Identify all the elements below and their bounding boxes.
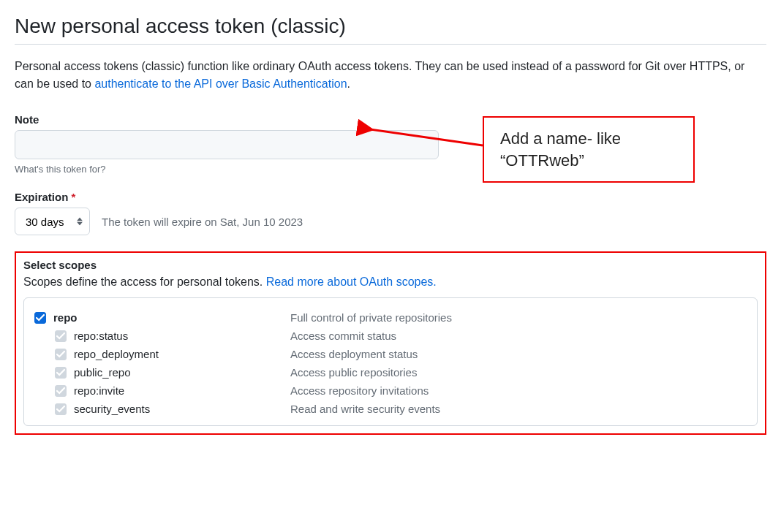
checkbox-repo-status[interactable] xyxy=(55,330,67,342)
check-icon xyxy=(56,350,65,359)
check-icon xyxy=(56,387,65,395)
scopes-title: Select scopes xyxy=(23,259,758,271)
check-icon xyxy=(56,332,65,341)
scope-row-security-events: security_events Read and write security … xyxy=(34,400,747,418)
expiration-label: Expiration * xyxy=(15,191,766,203)
scope-left: repo xyxy=(34,311,290,324)
intro-text: Personal access tokens (classic) functio… xyxy=(15,58,766,93)
checkbox-repo[interactable] xyxy=(34,312,46,324)
scopes-description: Scopes define the access for personal to… xyxy=(23,276,758,289)
divider xyxy=(15,44,766,45)
checkbox-repo-deployment[interactable] xyxy=(55,349,67,360)
check-icon xyxy=(56,405,65,414)
intro-after: . xyxy=(347,77,350,90)
scope-name-repo-status: repo:status xyxy=(74,330,128,342)
scope-desc-repo: Full control of private repositories xyxy=(290,311,452,324)
checkbox-security-events[interactable] xyxy=(55,403,67,415)
scope-left: repo_deployment xyxy=(34,348,290,360)
scopes-link[interactable]: Read more about OAuth scopes. xyxy=(266,276,437,288)
annotation-callout: Add a name- like “OTTRweb” xyxy=(483,116,695,183)
scope-row-repo-status: repo:status Access commit status xyxy=(34,327,747,345)
scope-row-repo-invite: repo:invite Access repository invitation… xyxy=(34,381,747,400)
scope-desc-repo-status: Access commit status xyxy=(290,330,396,342)
scope-row-public-repo: public_repo Access public repositories xyxy=(34,363,747,381)
scope-desc-public-repo: Access public repositories xyxy=(290,366,417,379)
scope-name-security-events: security_events xyxy=(74,403,150,415)
auth-link[interactable]: authenticate to the API over Basic Authe… xyxy=(94,77,347,90)
svg-line-1 xyxy=(370,129,483,145)
scope-name-repo: repo xyxy=(53,311,78,324)
scope-desc-repo-invite: Access repository invitations xyxy=(290,384,429,397)
scope-left: public_repo xyxy=(34,366,290,379)
scope-left: security_events xyxy=(34,403,290,415)
scope-left: repo:status xyxy=(34,330,290,342)
expiration-expiry-text: The token will expire on Sat, Jun 10 202… xyxy=(102,216,303,228)
annotation-line2: “OTTRweb” xyxy=(500,150,677,172)
scope-name-repo-deployment: repo_deployment xyxy=(74,348,159,360)
checkbox-public-repo[interactable] xyxy=(55,367,67,379)
scope-row-repo: repo Full control of private repositorie… xyxy=(34,308,747,327)
scope-row-repo-deployment: repo_deployment Access deployment status xyxy=(34,345,747,363)
page-title: New personal access token (classic) xyxy=(15,15,766,38)
scope-desc-security-events: Read and write security events xyxy=(290,403,440,415)
scope-left: repo:invite xyxy=(34,384,290,397)
annotation-line1: Add a name- like xyxy=(500,128,677,150)
annotation-arrow-icon xyxy=(358,116,490,167)
checkbox-repo-invite[interactable] xyxy=(55,385,67,397)
expiration-label-text: Expiration xyxy=(15,191,68,203)
scopes-desc-before: Scopes define the access for personal to… xyxy=(23,276,266,288)
scopes-section-highlight: Select scopes Scopes define the access f… xyxy=(15,251,766,435)
required-asterisk: * xyxy=(72,191,76,203)
scope-desc-repo-deployment: Access deployment status xyxy=(290,348,418,360)
scope-name-repo-invite: repo:invite xyxy=(74,384,124,397)
expiration-select[interactable]: 30 days xyxy=(15,208,90,235)
scope-name-public-repo: public_repo xyxy=(74,366,131,379)
check-icon xyxy=(56,368,65,377)
check-icon xyxy=(36,314,45,322)
scope-list-box: repo Full control of private repositorie… xyxy=(23,297,758,426)
